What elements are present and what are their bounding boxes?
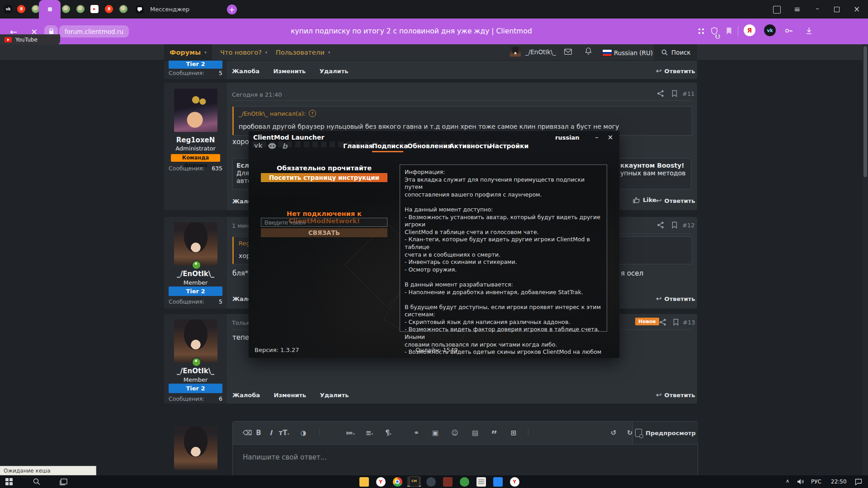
reply-input[interactable]: Напишите св­ой ответ... bbox=[243, 453, 327, 461]
vk-icon[interactable]: vk bbox=[254, 142, 262, 149]
launcher-minimize-button[interactable]: – bbox=[592, 133, 601, 141]
browser-menu-icon[interactable]: ≡ bbox=[792, 5, 802, 14]
launcher-tab-activity[interactable]: Активность bbox=[449, 142, 491, 150]
quote-icon[interactable]: ” bbox=[488, 429, 500, 440]
reply-button[interactable]: ↩Ответить bbox=[656, 197, 695, 205]
app-icon-8[interactable] bbox=[474, 477, 488, 487]
alerts-bell-icon[interactable] bbox=[585, 47, 592, 56]
extensions-icon[interactable] bbox=[698, 28, 705, 37]
reply-button[interactable]: ↩Ответить bbox=[656, 67, 695, 75]
tab-yandex-icon[interactable]: Я bbox=[17, 5, 25, 13]
align-icon[interactable]: ≡▾ bbox=[363, 429, 375, 437]
post-number[interactable]: #11 bbox=[682, 90, 694, 97]
app-icon-5[interactable] bbox=[424, 477, 438, 487]
vk-extension-icon[interactable]: vk bbox=[764, 24, 776, 36]
notification-center-icon[interactable] bbox=[852, 477, 865, 487]
account-menu[interactable]: _/EnOtIk\_ bbox=[510, 47, 556, 57]
post-timestamp[interactable]: Тольк bbox=[232, 319, 250, 326]
share-icon[interactable] bbox=[657, 221, 664, 230]
chevron-down-icon[interactable]: ▾ bbox=[265, 50, 268, 55]
undo-icon[interactable]: ↺ bbox=[608, 429, 619, 437]
delete-link[interactable]: Удалить bbox=[320, 68, 349, 75]
keyboard-language[interactable]: РУС bbox=[811, 479, 821, 485]
bold-icon[interactable]: B bbox=[253, 429, 264, 437]
text-color-icon[interactable]: ◑ bbox=[297, 429, 309, 437]
edit-link[interactable]: Изменить bbox=[274, 68, 306, 75]
launcher-language[interactable]: russian bbox=[555, 134, 580, 141]
bookmark-flag-icon[interactable] bbox=[726, 27, 732, 37]
search-button[interactable]: Поиск bbox=[654, 44, 697, 60]
image-icon[interactable]: ▣ bbox=[429, 429, 441, 437]
launcher-tab-main[interactable]: Главная bbox=[343, 142, 373, 150]
start-button[interactable] bbox=[2, 477, 16, 487]
bookmark-icon[interactable] bbox=[671, 90, 678, 99]
list-icon[interactable]: ≔▾ bbox=[344, 429, 356, 437]
app-icon-7[interactable] bbox=[458, 477, 471, 487]
scrollbar-thumb[interactable] bbox=[863, 46, 867, 177]
post-author[interactable]: Reg1oxeN bbox=[164, 136, 227, 144]
window-minimize-button[interactable]: – bbox=[812, 5, 822, 13]
clock[interactable]: 22:50 bbox=[831, 479, 847, 485]
launcher-close-button[interactable]: × bbox=[606, 133, 615, 141]
reply-button[interactable]: ↩Ответить bbox=[656, 391, 695, 399]
post-number[interactable]: #12 bbox=[682, 222, 694, 229]
launcher-tab-subscription[interactable]: Подписка bbox=[372, 142, 408, 150]
quote-source-icon[interactable]: ↑ bbox=[309, 110, 316, 117]
avatar[interactable] bbox=[174, 222, 217, 266]
chevron-down-icon[interactable]: ▾ bbox=[328, 50, 330, 55]
link-account-button[interactable]: СВЯЗАТЬ bbox=[261, 228, 387, 237]
active-tab-forum[interactable] bbox=[39, 0, 61, 19]
link-icon[interactable]: ⚭ bbox=[410, 429, 422, 437]
tab-youtube-icon[interactable]: ▶ bbox=[90, 5, 99, 13]
bookmark-icon[interactable] bbox=[673, 319, 679, 328]
italic-icon[interactable]: I bbox=[265, 429, 277, 437]
avatar[interactable] bbox=[174, 319, 217, 363]
protect-shield-icon[interactable]: 1 bbox=[711, 27, 718, 37]
bookmark-icon[interactable] bbox=[671, 221, 678, 230]
font-size-icon[interactable]: тT▾ bbox=[278, 429, 290, 437]
yandex-extension-icon[interactable]: Я bbox=[744, 24, 755, 36]
app-icon-chrome[interactable] bbox=[391, 477, 404, 487]
window-close-button[interactable]: × bbox=[852, 5, 862, 14]
media-icon[interactable]: ▤ bbox=[469, 429, 481, 437]
emoji-icon[interactable]: ☺ bbox=[449, 429, 461, 437]
token-input[interactable] bbox=[261, 218, 387, 227]
post-author[interactable]: _/EnOtIk\_ bbox=[164, 367, 227, 375]
chevron-down-icon[interactable]: ▾ bbox=[204, 50, 207, 55]
password-key-icon[interactable] bbox=[785, 27, 793, 36]
report-link[interactable]: Жалоба bbox=[232, 68, 259, 75]
app-icon-clientmod[interactable]: CM bbox=[407, 477, 421, 487]
edit-link[interactable]: Изменить bbox=[274, 392, 307, 399]
quote-header[interactable]: _/EnOtIk\_ написал(а):↑ bbox=[239, 110, 316, 117]
report-link[interactable]: Жалоба bbox=[232, 392, 260, 399]
window-restore-button[interactable] bbox=[834, 7, 840, 12]
like-button[interactable]: Like bbox=[633, 197, 656, 203]
discord-icon[interactable] bbox=[268, 143, 277, 151]
launcher-tab-updates[interactable]: Обновления bbox=[407, 142, 452, 150]
post-timestamp[interactable]: Сегодня в 21:40 bbox=[232, 91, 282, 98]
language-selector[interactable]: Russian (RU) bbox=[614, 49, 653, 56]
volume-icon[interactable] bbox=[794, 477, 807, 487]
nav-item-whats-new[interactable]: Что нового?▾ bbox=[220, 44, 267, 60]
address-url[interactable]: forum.clientmod.ru bbox=[59, 25, 129, 38]
bookmarks-panel-icon[interactable] bbox=[773, 6, 781, 14]
post-author[interactable]: _/EnOtIk\_ bbox=[164, 270, 227, 278]
share-icon[interactable] bbox=[657, 90, 664, 99]
boosty-icon[interactable]: b bbox=[282, 142, 287, 150]
tab-messenger[interactable]: Мессенджер bbox=[130, 0, 219, 19]
conversations-icon[interactable] bbox=[564, 48, 572, 56]
page-scrollbar[interactable] bbox=[863, 44, 868, 475]
delete-link[interactable]: Удалить bbox=[320, 392, 349, 399]
task-view-icon[interactable] bbox=[57, 477, 70, 487]
app-icon-10[interactable]: Y bbox=[508, 477, 521, 487]
app-icon-9[interactable] bbox=[491, 477, 505, 487]
nav-item-members[interactable]: Пользователи▾ bbox=[276, 44, 330, 60]
tab-vk-icon[interactable]: vk bbox=[4, 5, 12, 13]
reply-button[interactable]: ↩Ответить bbox=[656, 295, 695, 303]
app-icon-yandex-browser[interactable]: Y bbox=[374, 477, 387, 487]
post-number[interactable]: #13 bbox=[683, 319, 695, 326]
downloads-icon[interactable] bbox=[806, 27, 812, 37]
tab-avatar-icon[interactable] bbox=[76, 5, 85, 13]
new-tab-button[interactable]: + bbox=[227, 5, 237, 14]
remove-format-icon[interactable]: ⌫ bbox=[241, 429, 253, 437]
